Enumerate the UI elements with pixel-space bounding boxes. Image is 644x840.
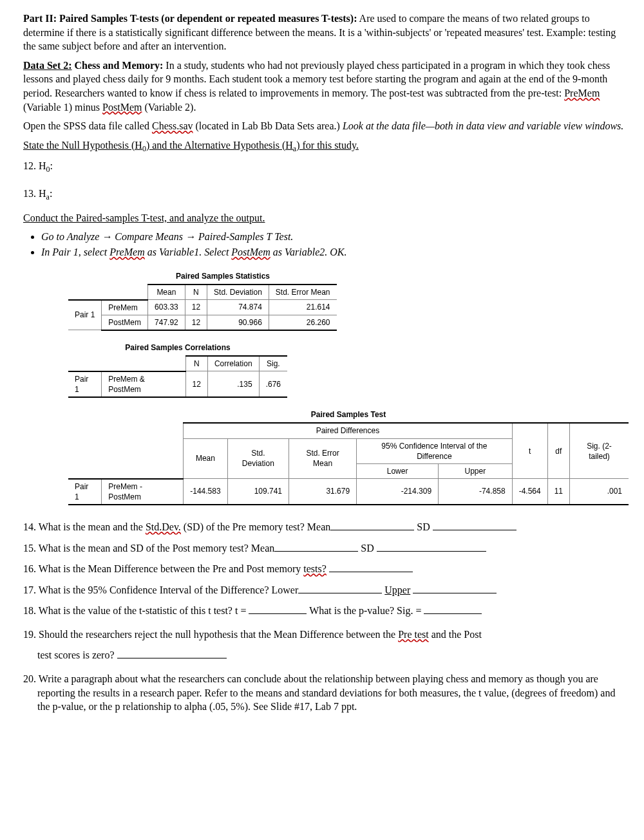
blank-input[interactable]	[274, 541, 358, 552]
dataset-label: Data Set 2:	[23, 60, 72, 71]
q14: 14. What is the mean and the Std.Dev. (S…	[23, 519, 625, 534]
q19: 19. Should the researchers reject the nu…	[23, 624, 625, 666]
arrow-icon: →	[185, 231, 196, 242]
openfile-tail: (located in Lab Bb Data Sets area.)	[193, 120, 343, 131]
table-title: Paired Samples Test	[68, 409, 629, 420]
q20: 20. Write a paragraph about what the res…	[23, 672, 625, 714]
openfile-italic: Look at the data file—both in data view …	[343, 120, 623, 131]
conduct-heading-text: Conduct the Paired-samples T-test, and a…	[23, 212, 265, 223]
state-hypotheses: State the Null Hypothesis (H0) and the A…	[23, 138, 625, 154]
q15: 15. What is the mean and SD of the Post …	[23, 541, 625, 555]
blank-input[interactable]	[377, 541, 486, 552]
table-test: Paired Samples Test Paired Differences t…	[68, 409, 629, 505]
part2-intro: Part II: Paired Samples T-tests (or depe…	[23, 12, 625, 53]
blank-input[interactable]	[329, 561, 413, 572]
part2-label: Part II: Paired Samples T-tests (or depe…	[23, 13, 357, 24]
blank-input[interactable]	[433, 519, 516, 530]
blank-input[interactable]	[330, 519, 414, 530]
spss-table: N Correlation Sig. Pair 1 PreMem & PostM…	[68, 355, 287, 398]
var-postmem: PostMem	[102, 102, 142, 113]
questions: 14. What is the mean and the Std.Dev. (S…	[23, 519, 625, 714]
dataset-title: Chess and Memory:	[75, 60, 164, 71]
conduct-steps: Go to Analyze → Compare Means → Paired-S…	[41, 230, 625, 259]
openfile-lead: Open the SPSS data file called	[23, 120, 152, 131]
q13-ha: 13. Ha:	[23, 187, 625, 202]
openfile-name: Chess.sav	[152, 120, 193, 131]
var-premem: PreMem	[564, 88, 600, 98]
table-correlations: Paired Samples Correlations N Correlatio…	[68, 342, 287, 398]
dataset-mid: (Variable 1) minus	[23, 102, 102, 113]
spss-table: Paired Differences t df Sig. (2-tailed) …	[68, 422, 629, 505]
table-title: Paired Samples Statistics	[68, 271, 377, 281]
table-statistics: Paired Samples Statistics Mean N Std. De…	[68, 271, 377, 331]
blank-input[interactable]	[424, 603, 482, 614]
blank-input[interactable]	[413, 583, 497, 593]
blank-input[interactable]	[117, 648, 227, 658]
spss-table: Mean N Std. Deviation Std. Error Mean Pa…	[68, 284, 337, 331]
q16: 16. What is the Mean Difference between …	[23, 561, 625, 576]
conduct-step-2: In Pair 1, select PreMem as Variable1. S…	[41, 245, 625, 259]
dataset-tail: (Variable 2).	[142, 102, 196, 113]
dataset-paragraph: Data Set 2: Chess and Memory: In a study…	[23, 59, 625, 114]
q17: 17. What is the 95% Confidence Interval …	[23, 583, 625, 597]
q18: 18. What is the value of the t-statistic…	[23, 603, 625, 618]
q12-h0: 12. H0:	[23, 159, 625, 174]
arrow-icon: →	[102, 231, 112, 242]
state-hyp-text: State the Null Hypothesis (H0) and the A…	[23, 140, 359, 151]
conduct-heading: Conduct the Paired-samples T-test, and a…	[23, 211, 625, 225]
blank-input[interactable]	[298, 583, 382, 593]
openfile-paragraph: Open the SPSS data file called Chess.sav…	[23, 119, 625, 133]
table-title: Paired Samples Correlations	[68, 342, 287, 353]
conduct-step-1: Go to Analyze → Compare Means → Paired-S…	[41, 230, 625, 244]
blank-input[interactable]	[249, 603, 307, 614]
